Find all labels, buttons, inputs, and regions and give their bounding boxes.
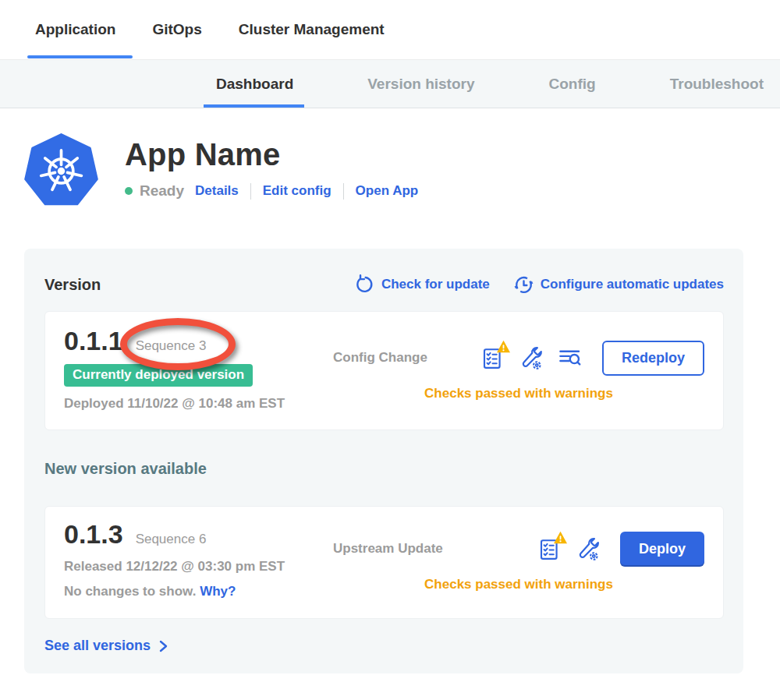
configure-automatic-updates-label: Configure automatic updates — [541, 277, 724, 292]
open-app-link[interactable]: Open App — [356, 183, 419, 199]
config-wrench-icon[interactable] — [519, 346, 543, 370]
top-tab-gitops[interactable]: GitOps — [152, 0, 201, 59]
current-version-number: 0.1.1 — [64, 326, 123, 356]
app-sub-nav: Dashboard Version history Config Trouble… — [0, 59, 780, 108]
config-wrench-icon[interactable] — [576, 537, 600, 561]
top-tab-application[interactable]: Application — [35, 0, 115, 59]
no-changes-text: No changes to show. — [64, 584, 196, 599]
chevron-right-icon — [157, 639, 169, 653]
no-changes-line: No changes to show. Why? — [64, 584, 333, 599]
new-version-heading: New version available — [44, 460, 724, 478]
top-tab-cluster-management[interactable]: Cluster Management — [239, 0, 385, 59]
version-section-title: Version — [44, 276, 101, 294]
divider — [343, 183, 344, 200]
current-version-source: Config Change — [333, 350, 427, 366]
divider — [250, 183, 251, 200]
status-dot — [125, 187, 133, 195]
refresh-icon — [355, 274, 375, 295]
check-for-update-link[interactable]: Check for update — [355, 274, 490, 295]
redeploy-button[interactable]: Redeploy — [602, 341, 704, 376]
sub-tab-version-history[interactable]: Version history — [367, 60, 474, 108]
edit-config-link[interactable]: Edit config — [263, 183, 332, 199]
released-timestamp: Released 12/12/22 @ 03:30 pm EST — [64, 559, 333, 574]
see-all-versions-link[interactable]: See all versions — [44, 638, 169, 654]
sub-tab-config[interactable]: Config — [549, 60, 596, 108]
view-diff-icon[interactable] — [558, 347, 582, 369]
status-badge: Ready — [140, 182, 184, 200]
page-title: App Name — [125, 136, 418, 172]
kubernetes-logo-icon — [23, 133, 99, 209]
available-checks-status: Checks passed with warnings — [333, 577, 704, 592]
primary-nav: Application GitOps Cluster Management — [0, 0, 780, 59]
available-sequence-label: Sequence 6 — [136, 532, 207, 547]
warning-triangle-icon — [496, 340, 511, 353]
available-version-number: 0.1.3 — [64, 519, 123, 550]
app-header: App Name Ready Details Edit config Open … — [0, 108, 780, 209]
warning-triangle-icon — [553, 531, 568, 544]
version-section: Version Check for update Configure autom… — [24, 249, 743, 673]
details-link[interactable]: Details — [195, 183, 239, 199]
deploy-button[interactable]: Deploy — [620, 532, 704, 567]
available-version-source: Upstream Update — [333, 541, 443, 557]
current-checks-status: Checks passed with warnings — [333, 386, 704, 401]
configure-automatic-updates-link[interactable]: Configure automatic updates — [513, 274, 724, 295]
currently-deployed-badge: Currently deployed version — [64, 364, 253, 387]
schedule-update-icon — [513, 274, 534, 295]
preflight-checks-icon[interactable] — [538, 537, 561, 561]
current-version-card: 0.1.1 Sequence 3 Currently deployed vers… — [44, 311, 724, 430]
sub-tab-troubleshoot[interactable]: Troubleshoot — [670, 60, 764, 108]
check-for-update-label: Check for update — [381, 277, 490, 292]
sub-tab-dashboard[interactable]: Dashboard — [216, 60, 293, 108]
available-version-card: 0.1.3 Sequence 6 Released 12/12/22 @ 03:… — [44, 506, 724, 619]
deployed-timestamp: Deployed 11/10/22 @ 10:48 am EST — [64, 396, 333, 412]
why-link[interactable]: Why? — [200, 584, 236, 599]
current-sequence-label: Sequence 3 — [136, 338, 207, 354]
preflight-checks-icon[interactable] — [481, 346, 504, 370]
see-all-versions-label: See all versions — [44, 638, 151, 654]
